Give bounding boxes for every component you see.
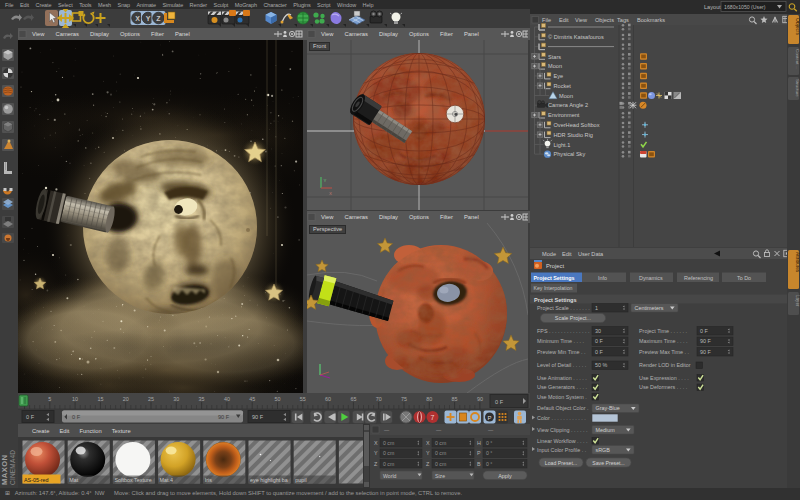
svg-text:Moon: Moon <box>548 63 562 69</box>
svg-text:Use Motion System .: Use Motion System . <box>537 394 587 400</box>
svg-text:FPS . . . . . . . . . . . . .: FPS . . . . . . . . . . . . . . <box>537 328 589 334</box>
svg-text:0 cm: 0 cm <box>435 450 446 456</box>
svg-text:5: 5 <box>48 396 51 402</box>
svg-text:Info: Info <box>598 275 607 281</box>
svg-text:30: 30 <box>173 396 179 402</box>
svg-text:© Dimitris Katsafouros: © Dimitris Katsafouros <box>548 34 604 40</box>
svg-text:pupil: pupil <box>295 477 306 483</box>
svg-text:25: 25 <box>148 396 154 402</box>
svg-text:World: World <box>383 473 397 479</box>
svg-text:0 cm: 0 cm <box>435 440 446 446</box>
svg-text:—: — <box>488 427 494 433</box>
svg-text:Size: Size <box>435 473 445 479</box>
svg-text:eye highlight ba: eye highlight ba <box>250 477 288 483</box>
svg-text:Moon: Moon <box>559 93 573 99</box>
svg-text:90 F: 90 F <box>252 414 264 420</box>
svg-text:Project Settings: Project Settings <box>534 275 575 281</box>
svg-text:P: P <box>487 415 491 421</box>
svg-text:85: 85 <box>452 396 458 402</box>
svg-text:Linear Workflow . . . .: Linear Workflow . . . . <box>537 438 588 444</box>
svg-text:X: X <box>135 15 140 22</box>
svg-text:View: View <box>575 17 588 23</box>
svg-text:70: 70 <box>376 396 382 402</box>
svg-text:Load Preset...: Load Preset... <box>545 460 577 466</box>
svg-text:0 cm: 0 cm <box>435 461 446 467</box>
svg-text:Use Expression . . . .: Use Expression . . . . <box>639 375 689 381</box>
svg-text:Content ...: Content ... <box>795 49 800 69</box>
svg-text:Mat: Mat <box>69 477 78 483</box>
svg-text:Y: Y <box>324 178 327 183</box>
svg-text:Render LOD in Editor: Render LOD in Editor <box>639 362 691 368</box>
svg-text:0 °: 0 ° <box>486 440 492 446</box>
svg-text:Preview Max Time . .: Preview Max Time . . <box>639 349 689 355</box>
svg-text:Minimum Time . . . .: Minimum Time . . . . <box>537 338 584 344</box>
svg-text:OverHead Softbox: OverHead Softbox <box>554 122 600 128</box>
svg-text:Save Preset...: Save Preset... <box>592 460 625 466</box>
svg-text:Referencing: Referencing <box>684 275 713 281</box>
svg-text:Eye: Eye <box>554 73 564 79</box>
svg-text:0 cm: 0 cm <box>383 450 394 456</box>
svg-text:User Data: User Data <box>578 251 604 257</box>
svg-text:—: — <box>436 427 442 433</box>
svg-text:0 F: 0 F <box>595 349 603 355</box>
svg-text:Tags: Tags <box>617 17 629 23</box>
svg-text:P: P <box>477 450 481 456</box>
svg-text:20: 20 <box>123 396 129 402</box>
svg-text:Y: Y <box>426 450 430 456</box>
svg-text:Layout: Layout <box>704 4 721 10</box>
svg-text:X: X <box>426 440 430 446</box>
svg-text:1680x1050 (User): 1680x1050 (User) <box>724 4 766 10</box>
svg-text:90 F: 90 F <box>700 338 711 344</box>
svg-text:0 F: 0 F <box>595 338 603 344</box>
svg-text:sRGB: sRGB <box>596 447 611 453</box>
svg-text:60: 60 <box>325 396 331 402</box>
svg-text:0 F: 0 F <box>495 399 504 405</box>
svg-text:Scale Project...: Scale Project... <box>555 315 591 321</box>
svg-text:Project Settings: Project Settings <box>534 297 577 303</box>
svg-text:Input Color Profile . .: Input Color Profile . . <box>537 447 586 453</box>
svg-text:0 °: 0 ° <box>486 450 492 456</box>
svg-text:Project Time . . . . . .: Project Time . . . . . . <box>639 328 687 334</box>
svg-text:Bookmarks: Bookmarks <box>637 17 665 23</box>
svg-text:90 F: 90 F <box>218 414 230 420</box>
svg-text:Medium: Medium <box>596 427 616 433</box>
svg-text:35: 35 <box>199 396 205 402</box>
svg-text:View Clipping . . . . . .: View Clipping . . . . . . <box>537 427 588 433</box>
svg-text:75: 75 <box>401 396 407 402</box>
svg-text:To Do: To Do <box>737 275 751 281</box>
svg-text:Project Scale . . . . . . .: Project Scale . . . . . . . <box>537 305 590 311</box>
svg-text:X: X <box>374 440 378 446</box>
svg-text:—: — <box>384 427 390 433</box>
svg-text:Environment: Environment <box>548 112 580 118</box>
svg-text:Centimeters: Centimeters <box>635 305 664 311</box>
svg-text:10: 10 <box>72 396 78 402</box>
svg-text:Use Generators . . . .: Use Generators . . . . <box>537 384 587 390</box>
svg-text:Maximum Time . . . .: Maximum Time . . . . <box>639 338 688 344</box>
svg-text:Preview Min Time . .: Preview Min Time . . <box>537 349 586 355</box>
svg-text:80: 80 <box>426 396 432 402</box>
svg-text:Physical Sky: Physical Sky <box>554 151 586 157</box>
svg-text:Layer: Layer <box>795 295 800 307</box>
svg-text:50: 50 <box>275 396 281 402</box>
svg-text:Objects: Objects <box>595 17 614 23</box>
svg-text:Z: Z <box>156 15 161 22</box>
svg-text:0 cm: 0 cm <box>383 461 394 467</box>
svg-text:AS-05-red: AS-05-red <box>24 477 49 483</box>
svg-text:Key Interpolation: Key Interpolation <box>534 285 573 291</box>
svg-text:X: X <box>329 191 332 196</box>
svg-text:Structure: Structure <box>795 79 800 97</box>
svg-text:65: 65 <box>350 396 356 402</box>
svg-text:Project: Project <box>546 263 564 269</box>
svg-text:0 F: 0 F <box>700 328 708 334</box>
svg-text:Light.1: Light.1 <box>554 142 571 148</box>
svg-text:Default Object Color .: Default Object Color . <box>537 405 589 411</box>
svg-text:Use Animation . . . . .: Use Animation . . . . . <box>537 375 587 381</box>
svg-text:H: H <box>477 440 481 446</box>
svg-text:Edit: Edit <box>559 17 569 23</box>
svg-text:0 °: 0 ° <box>486 461 492 467</box>
svg-text:Apply: Apply <box>498 473 512 479</box>
svg-text:Objects: Objects <box>795 18 800 35</box>
svg-text:90: 90 <box>477 396 483 402</box>
svg-text:Stars: Stars <box>548 54 561 60</box>
svg-text:30: 30 <box>595 328 601 334</box>
